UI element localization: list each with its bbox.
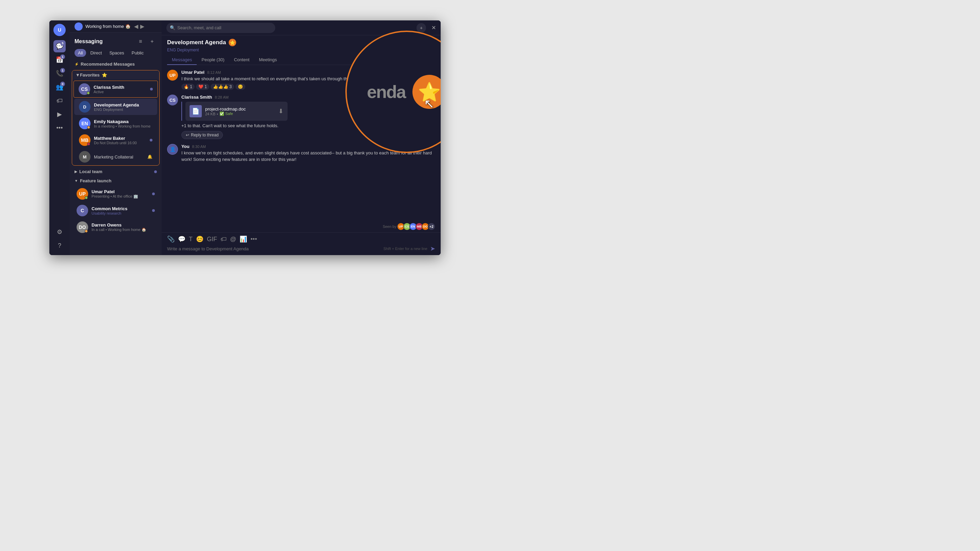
tab-meetings[interactable]: Meetings <box>254 55 282 65</box>
matthew-sub: Do Not Disturb until 16:00 <box>94 141 150 145</box>
local-team-section[interactable]: ▶ Local team <box>70 167 162 176</box>
favorites-star-icon: ⭐ <box>102 73 107 78</box>
darren-avatar: DO <box>76 221 88 233</box>
feature-launch-section[interactable]: ▼ Feature launch <box>70 176 162 185</box>
favorites-chevron: ▼ <box>76 73 80 78</box>
file-info: project-roadmap.doc 24 KB • ✅ Safe <box>205 106 275 116</box>
admin-icon[interactable]: 🏷 <box>53 95 66 107</box>
dev-agenda-info: Development Agenda ENG Deployment <box>94 102 153 111</box>
at-icon[interactable]: @ <box>230 236 236 243</box>
reply-thread-btn[interactable]: ↩ Reply to thread <box>181 131 223 139</box>
matthew-status <box>87 143 90 146</box>
conv-item-common-metrics[interactable]: C Common Metrics Usability research <box>72 202 159 219</box>
settings-icon[interactable]: ⚙ <box>53 226 66 238</box>
local-team-label: Local team <box>79 169 102 174</box>
matthew-avatar: MB <box>79 134 91 146</box>
you-msg-name: You <box>181 144 189 149</box>
conv-item-emily[interactable]: EN Emily Nakagawa In a meeting • Working… <box>74 115 157 132</box>
dev-agenda-sub: ENG Deployment <box>94 108 153 111</box>
add-btn[interactable]: + <box>417 23 426 33</box>
umar-unread <box>152 192 155 195</box>
marketing-right: 🔔 <box>147 154 153 159</box>
input-row: Shift + Enter for a new line ➤ <box>167 245 435 252</box>
clarissa-info: Clarissa Smith Active <box>94 85 150 94</box>
reaction-thumbs[interactable]: 👍👍👍 3 <box>211 84 234 90</box>
emily-sub: In a meeting • Working from home <box>94 124 153 128</box>
file-icon: 📄 <box>189 105 202 118</box>
help-icon[interactable]: ? <box>53 240 66 252</box>
reaction-smile[interactable]: 😊 <box>235 84 245 90</box>
window-title-bar: Working from home 🏠 ◀ ▶ <box>70 21 162 33</box>
sidebar-menu-btn[interactable]: ≡ <box>136 37 145 46</box>
calls-icon[interactable]: 📞 1 <box>53 67 66 79</box>
sidebar-scroll[interactable]: ⚡ Recommended Messages ▼ Favorites ⭐ CS <box>70 60 162 255</box>
search-icon: 🔍 <box>170 25 175 30</box>
reaction-heart[interactable]: ❤️ 1 <box>196 84 209 90</box>
format-icon[interactable]: 💬 <box>178 235 185 243</box>
reply-icon: ↩ <box>186 133 189 137</box>
icon-rail: U 💬 5 📅 1 📞 1 👥 0 🏷 ▶ ••• ⚙ ? <box>49 21 70 255</box>
common-metrics-unread <box>152 209 155 212</box>
more-icon[interactable]: ••• <box>53 122 66 134</box>
tab-messages[interactable]: Messages <box>167 55 197 65</box>
text-format-icon[interactable]: T <box>189 236 192 243</box>
conv-item-clarissa[interactable]: CS Clarissa Smith Active <box>73 81 158 98</box>
matthew-right <box>150 139 153 141</box>
common-metrics-sub: Usability research <box>92 211 152 215</box>
chat-icon[interactable]: 💬 5 <box>53 40 66 52</box>
matthew-unread <box>150 139 153 141</box>
attach-icon[interactable]: 📎 <box>167 235 175 243</box>
tab-people[interactable]: People (30) <box>197 55 229 65</box>
emoji-icon[interactable]: 😊 <box>196 235 204 243</box>
umar-sub: Presenting • At the office 🏢 <box>92 194 152 198</box>
conv-item-marketing[interactable]: M Marketing Collateral 🔔 <box>74 149 157 165</box>
more-options-icon[interactable]: ••• <box>250 236 257 243</box>
conv-item-matthew[interactable]: MB Matthew Baker Do Not Disturb until 16… <box>74 132 157 148</box>
dev-agenda-avatar: D <box>79 101 91 113</box>
poll-icon[interactable]: 📊 <box>240 235 247 243</box>
filter-tab-public[interactable]: Public <box>128 49 147 57</box>
file-meta: 24 KB • ✅ Safe <box>205 111 275 116</box>
filter-tab-spaces[interactable]: Spaces <box>106 49 127 57</box>
tab-content[interactable]: Content <box>229 55 254 65</box>
clarissa-status <box>87 92 90 95</box>
file-size: 24 KB <box>205 112 215 116</box>
filter-tab-all[interactable]: All <box>75 49 86 57</box>
umar-msg-name: Umar Patel <box>181 70 205 75</box>
conv-item-dev-agenda[interactable]: D Development Agenda ENG Deployment <box>74 98 157 115</box>
common-metrics-avatar: C <box>76 205 88 216</box>
sidebar-compose-btn[interactable]: + <box>147 37 157 46</box>
mute-icon: 🔔 <box>147 154 153 159</box>
input-hint: Shift + Enter for a new line <box>383 246 427 251</box>
matthew-info: Matthew Baker Do Not Disturb until 16:00 <box>94 136 150 145</box>
recommended-section[interactable]: ⚡ Recommended Messages <box>70 60 162 69</box>
nav-fwd-btn[interactable]: ▶ <box>140 23 144 30</box>
search-bar[interactable]: 🔍 Search, meet, and call <box>166 23 275 33</box>
conv-item-umar[interactable]: UP Umar Patel Presenting • At the office… <box>72 186 159 202</box>
team-icon[interactable]: 👥 0 <box>53 81 66 93</box>
feature-launch-chevron: ▼ <box>75 179 78 183</box>
message-input[interactable] <box>167 246 381 251</box>
local-team-dot <box>154 170 157 173</box>
sticker-icon[interactable]: 🏷 <box>221 236 227 243</box>
reaction-fire[interactable]: 🔥 1 <box>181 84 195 90</box>
chat-starred-icon[interactable]: ⭐ <box>229 39 236 46</box>
feature-launch-label: Feature launch <box>80 178 111 183</box>
conv-item-darren[interactable]: DO Darren Owens In a call • Working from… <box>72 219 159 235</box>
user-avatar[interactable]: U <box>53 24 66 36</box>
filter-tabs: All Direct Spaces Public <box>70 49 162 60</box>
send-button[interactable]: ➤ <box>430 245 435 252</box>
zoom-text: enda <box>367 82 405 102</box>
calendar-icon[interactable]: 📅 1 <box>53 54 66 66</box>
nav-back-btn[interactable]: ◀ <box>134 23 138 30</box>
close-btn[interactable]: ✕ <box>431 24 436 31</box>
seen-by-row: Seen by UP CS EN MB DO +2 <box>162 221 441 232</box>
calendar-badge: 1 <box>60 54 65 59</box>
clarissa-unread <box>150 88 153 91</box>
filter-tab-direct[interactable]: Direct <box>87 49 105 57</box>
activity-icon[interactable]: ▶ <box>53 108 66 121</box>
favorites-header[interactable]: ▼ Favorites ⭐ <box>72 70 159 79</box>
file-download-icon[interactable]: ⬇ <box>278 108 283 115</box>
gif-icon[interactable]: GIF <box>207 236 217 243</box>
umar-name: Umar Patel <box>92 189 152 194</box>
